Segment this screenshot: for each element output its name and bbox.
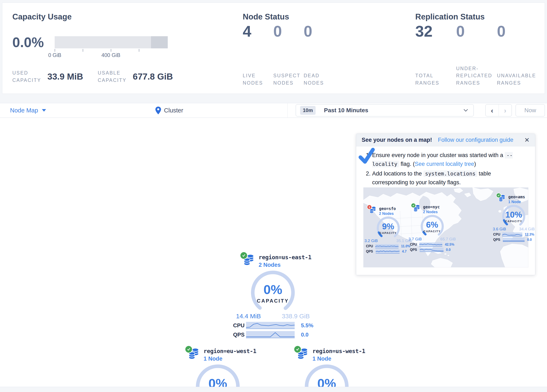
- capacity-percent: 0%: [241, 282, 304, 297]
- qps-sparkline: [503, 238, 525, 242]
- suspect-nodes-count: 0: [273, 24, 304, 39]
- time-forward-button[interactable]: ›: [499, 104, 512, 116]
- used-capacity: 3.7 GiB: [409, 237, 422, 241]
- cpu-sparkline: [375, 244, 398, 248]
- cpu-value: 5.5%: [301, 322, 313, 329]
- inline-code: system.locations: [424, 171, 477, 177]
- capacity-caption: CAPACITY: [241, 298, 304, 304]
- usable-capacity-label: USABLE CAPACITY: [98, 69, 126, 84]
- node-status-title: Node Status: [243, 12, 289, 21]
- capacity-usage-percent: 0.0%: [12, 35, 44, 49]
- replication-status-title: Replication Status: [415, 12, 485, 21]
- time-range-selector[interactable]: 10m Past 10 Minutes: [296, 104, 474, 117]
- cpu-value: 42.5%: [445, 243, 454, 247]
- breadcrumb-label: Cluster: [164, 107, 183, 114]
- used-capacity: 3.6 GiB: [493, 227, 506, 231]
- capacity-tick-400: 400 GiB: [101, 52, 120, 58]
- chevron-down-icon: [42, 109, 46, 112]
- geo-widget-sfo[interactable]: 1 geo=sfo 2 Nodes 9% CAPACITY 3.2 GiB 35: [363, 206, 413, 254]
- cpu-label: CPU: [493, 233, 502, 236]
- cpu-sparkline: [419, 242, 442, 247]
- region-node-count: 1 Node: [313, 356, 365, 362]
- usable-capacity-value: 677.8 GiB: [133, 72, 173, 82]
- healthy-check-icon: [294, 345, 301, 353]
- qps-label: QPS: [366, 250, 376, 253]
- capacity-percent: 9%: [373, 222, 404, 231]
- used-capacity: 14.4 MiB: [236, 313, 261, 320]
- qps-value: 0.0: [301, 331, 308, 338]
- time-step-buttons: ‹ ›: [485, 104, 512, 117]
- cpu-label: CPU: [366, 244, 376, 248]
- geo-widget-ams[interactable]: geo=ams 1 Node 10% CAPACITY 3.6 GiB 34.4…: [493, 194, 535, 242]
- popup-steps: Ensure every node in your cluster was st…: [372, 151, 527, 187]
- qps-value: 4.7: [402, 250, 407, 253]
- time-range-badge: 10m: [300, 106, 316, 115]
- total-capacity: 338.9 GiB: [282, 313, 310, 320]
- cpu-value: 12.3%: [525, 233, 534, 236]
- cpu-label: CPU: [410, 243, 419, 247]
- region-widget-us-west-1[interactable]: region=us-west-1 1 Node 0% CAPACITY 9.6 …: [285, 348, 369, 392]
- used-capacity: 3.2 GiB: [365, 239, 378, 243]
- live-nodes-label: LIVE NODES: [243, 72, 273, 87]
- now-button[interactable]: Now: [516, 104, 545, 117]
- locality-setup-popup: See your nodes on a map! Follow our conf…: [356, 134, 535, 275]
- total-capacity: 34.4 GiB: [519, 227, 535, 231]
- capacity-percent: 6%: [417, 220, 448, 229]
- configuration-guide-link[interactable]: Follow our configuration guide: [438, 137, 513, 143]
- dead-nodes-count: 0: [304, 24, 337, 39]
- toolbar-divider: [287, 103, 287, 117]
- close-icon[interactable]: ✕: [524, 136, 530, 144]
- capacity-caption: CAPACITY: [373, 231, 404, 234]
- region-name: region=us-west-1: [313, 348, 365, 354]
- region-widget-eu-west-1[interactable]: region=eu-west-1 1 Node 0% CAPACITY 9.9 …: [176, 348, 260, 392]
- view-toolbar: Node Map Cluster 10m Past 10 Minutes ‹ ›…: [0, 103, 547, 118]
- view-selector-label: Node Map: [10, 107, 38, 114]
- unavailable-ranges-count: 0: [497, 24, 538, 39]
- cpu-label: CPU: [231, 322, 246, 329]
- total-ranges-count: 32: [415, 24, 456, 39]
- total-ranges-label: TOTAL RANGES: [415, 72, 456, 87]
- capacity-caption: CAPACITY: [417, 230, 448, 233]
- qps-sparkline: [420, 248, 444, 252]
- chevron-down-icon: [464, 109, 468, 112]
- suspect-nodes-label: SUSPECT NODES: [273, 72, 304, 87]
- region-node-count: 2 Nodes: [259, 262, 311, 268]
- geo-name: geo=nyc: [423, 205, 440, 209]
- healthy-check-icon: [411, 203, 416, 208]
- breadcrumb[interactable]: Cluster: [155, 103, 183, 117]
- qps-label: QPS: [410, 248, 420, 252]
- region-node-count: 1 Node: [204, 356, 256, 362]
- healthy-check-icon: [240, 252, 248, 260]
- popup-header: See your nodes on a map! Follow our conf…: [356, 134, 535, 146]
- capacity-nonusable-segment: [151, 36, 168, 48]
- healthy-check-icon: [185, 345, 193, 353]
- capacity-tick-0: 0 GiB: [48, 52, 61, 58]
- qps-label: QPS: [493, 238, 503, 242]
- geo-node-count: 2 Nodes: [379, 212, 396, 216]
- region-name: region=us-east-1: [259, 254, 311, 261]
- popup-title: See your nodes on a map!: [362, 137, 432, 143]
- geo-name: geo=ams: [508, 194, 525, 199]
- under-replicated-ranges-label: UNDER- REPLICATED RANGES: [456, 65, 497, 87]
- blue-check-icon: [358, 148, 376, 165]
- total-capacity: 65.7 GiB: [440, 237, 456, 241]
- qps-label: QPS: [231, 331, 246, 338]
- used-capacity-label: USED CAPACITY: [12, 69, 41, 84]
- live-nodes-count: 4: [243, 24, 273, 39]
- capacity-usage-title: Capacity Usage: [12, 12, 72, 21]
- capacity-caption: CAPACITY: [498, 220, 529, 223]
- geo-node-count: 2 Nodes: [423, 210, 440, 214]
- region-widget-us-east-1[interactable]: region=us-east-1 2 Nodes 0% CAPACITY 14.…: [231, 254, 315, 338]
- healthy-check-icon: [496, 193, 501, 198]
- locality-tree-link[interactable]: See current locality tree: [415, 161, 474, 167]
- geo-name: geo=sfo: [379, 206, 396, 211]
- qps-value: 0.0: [446, 248, 451, 252]
- map-pin-icon: [155, 107, 161, 114]
- geo-widget-nyc[interactable]: geo=nyc 2 Nodes 6% CAPACITY 3.7 GiB 65.7…: [408, 205, 457, 252]
- time-back-button[interactable]: ‹: [486, 104, 499, 116]
- cpu-sparkline: [246, 322, 295, 329]
- dead-nodes-label: DEAD NODES: [304, 72, 337, 87]
- capacity-usage-bar: [55, 36, 168, 48]
- view-selector-dropdown[interactable]: Node Map: [10, 103, 46, 117]
- warning-badge-icon: 1: [367, 205, 372, 210]
